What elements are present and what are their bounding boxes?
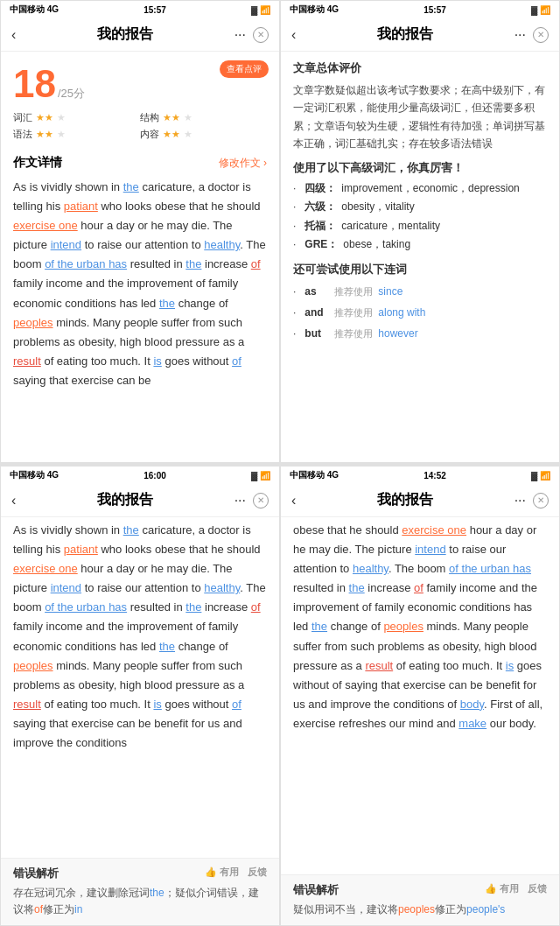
nav-title-br: 我的报告 <box>377 491 433 509</box>
status-bar-tl: 中国移动 4G 15:57 ▓ 📶 <box>1 1 279 18</box>
carrier-br: 中国移动 4G <box>290 469 339 481</box>
nav-right-tl: ··· ✕ <box>234 27 269 43</box>
word-healthy: healthy <box>204 238 240 251</box>
close-btn-tl[interactable]: ✕ <box>253 27 269 43</box>
modify-essay-btn[interactable]: 修改作文 › <box>219 156 267 171</box>
word-the-br-1: the <box>349 581 365 594</box>
score-card: 查看点评 18 /25分 词汇 ★★★ 结构 ★★★ 语法 ★★★ 内容 ★★★ <box>1 52 279 148</box>
nav-right-br: ··· ✕ <box>514 493 549 509</box>
error-section-bl: 错误解析 👍 有用 反馈 存在冠词冗余，建议删除冠词the；疑似介词错误，建议将… <box>1 858 279 925</box>
essay-section-title: 作文详情 <box>13 155 62 171</box>
word-of-the-urban-bl: of the urban has <box>45 600 127 614</box>
word-body-br: body <box>460 698 484 711</box>
word-make-br: make <box>458 717 486 730</box>
word-result-bl: result <box>13 698 41 711</box>
status-bar-bl: 中国移动 4G 16:00 ▓ 📶 <box>1 467 279 484</box>
word-of-2: of <box>232 354 242 368</box>
time-tr: 15:57 <box>424 5 446 15</box>
battery-br: ▓ 📶 <box>531 471 550 481</box>
word-healthy-bl: healthy <box>204 581 240 594</box>
vocab-item-2: · 六级： obesity，vitality <box>293 198 547 217</box>
overall-text: 文章字数疑似超出该考试字数要求；在高中级别下，有一定词汇积累，能使用少量高级词汇… <box>293 81 547 153</box>
word-the-2: the <box>186 257 201 270</box>
menu-btn-tl[interactable]: ··· <box>234 27 246 43</box>
essay-body-bl: As is vividly shown in the caricature, a… <box>1 517 279 858</box>
error-feedback-br: 👍 有用 反馈 <box>485 882 547 898</box>
essay-body-tl: As is vividly shown in the caricature, a… <box>1 174 279 397</box>
battery-tr: ▓ 📶 <box>531 5 550 15</box>
word-peoples-br: peoples <box>383 620 424 633</box>
error-title-bl: 错误解析 👍 有用 反馈 <box>13 866 267 881</box>
error-section-br: 错误解析 👍 有用 反馈 疑似用词不当，建议将peoples修正为people'… <box>281 874 559 925</box>
nav-title-tr: 我的报告 <box>377 25 433 44</box>
connector-section-title: 还可尝试使用以下连词 <box>293 262 547 277</box>
meta-content: 内容 ★★★ <box>140 128 267 141</box>
meta-vocab: 词汇 ★★★ <box>13 111 140 124</box>
back-btn-bl[interactable]: ‹ <box>11 493 16 509</box>
nav-right-bl: ··· ✕ <box>234 493 269 509</box>
panel-top-left: 中国移动 4G 15:57 ▓ 📶 ‹ 我的报告 ··· ✕ 查看点评 18 /… <box>0 0 280 463</box>
word-the-bl-2: the <box>186 600 201 614</box>
overall-title: 文章总体评价 <box>293 60 547 76</box>
connector-list: · as 推荐使用 since · and 推荐使用 along with · … <box>293 281 547 344</box>
word-peoples: peoples <box>13 316 53 329</box>
word-intend: intend <box>51 238 81 251</box>
back-btn-tr[interactable]: ‹ <box>291 27 296 43</box>
error-feedback-bl: 👍 有用 反馈 <box>205 866 267 881</box>
vocab-section-title: 使用了以下高级词汇，你真厉害！ <box>293 160 547 176</box>
report-btn-br[interactable]: 反馈 <box>528 882 547 898</box>
error-text-br: 疑似用词不当，建议将peoples修正为people's <box>293 901 547 918</box>
nav-title-tl: 我的报告 <box>97 25 153 44</box>
status-bar-tr: 中国移动 4G 15:57 ▓ 📶 <box>281 1 559 18</box>
menu-btn-tr[interactable]: ··· <box>514 27 526 43</box>
view-review-btn[interactable]: 查看点评 <box>220 60 269 78</box>
word-the-bl-1: the <box>123 523 139 537</box>
word-intend-bl: intend <box>51 581 81 594</box>
vocab-item-4: · GRE： obese，taking <box>293 235 547 255</box>
vocab-list: · 四级： improvement，economic，depression · … <box>293 179 547 255</box>
time-bl: 16:00 <box>144 471 166 481</box>
word-of2-bl: of <box>232 698 242 711</box>
close-btn-bl[interactable]: ✕ <box>253 493 269 509</box>
right-content-tr: 文章总体评价 文章字数疑似超出该考试字数要求；在高中级别下，有一定词汇积累，能使… <box>281 52 559 353</box>
word-result: result <box>13 354 41 368</box>
battery-bl: ▓ 📶 <box>251 471 270 481</box>
nav-bar-br: ‹ 我的报告 ··· ✕ <box>281 484 559 517</box>
close-btn-br[interactable]: ✕ <box>533 493 549 509</box>
word-exercise-one-bl: exercise one <box>13 562 78 575</box>
meta-structure: 结构 ★★★ <box>140 111 267 124</box>
panel-bottom-right: 中国移动 4G 14:52 ▓ 📶 ‹ 我的报告 ··· ✕ obese tha… <box>280 463 560 926</box>
nav-bar-tl: ‹ 我的报告 ··· ✕ <box>1 18 279 52</box>
nav-bar-tr: ‹ 我的报告 ··· ✕ <box>281 18 559 52</box>
back-btn-br[interactable]: ‹ <box>291 493 296 509</box>
status-bar-br: 中国移动 4G 14:52 ▓ 📶 <box>281 467 559 484</box>
close-btn-tr[interactable]: ✕ <box>533 27 549 43</box>
report-btn-bl[interactable]: 反馈 <box>248 866 267 881</box>
connector-item-3: · but 推荐使用 however <box>293 323 547 344</box>
helpful-btn-br[interactable]: 👍 有用 <box>485 882 519 898</box>
time-tl: 15:57 <box>144 5 166 15</box>
word-is-bl: is <box>153 698 161 711</box>
word-peoples-bl: peoples <box>13 659 53 672</box>
word-the-br-2: the <box>312 620 327 633</box>
word-of-the-urban-br: of the urban has <box>449 562 531 575</box>
word-the-1: the <box>123 180 139 193</box>
error-title-br: 错误解析 👍 有用 反馈 <box>293 882 547 898</box>
word-of: of <box>251 257 261 270</box>
score-denom: /25分 <box>58 86 85 102</box>
word-of-br: of <box>414 581 424 594</box>
menu-btn-br[interactable]: ··· <box>514 493 526 509</box>
word-the-3: the <box>159 297 175 310</box>
panel-top-right: 中国移动 4G 15:57 ▓ 📶 ‹ 我的报告 ··· ✕ 文章总体评价 文章… <box>280 0 560 463</box>
score-meta: 词汇 ★★★ 结构 ★★★ 语法 ★★★ 内容 ★★★ <box>13 111 267 141</box>
helpful-btn-bl[interactable]: 👍 有用 <box>205 866 239 881</box>
menu-btn-bl[interactable]: ··· <box>234 493 246 509</box>
word-exercise-one-br: exercise one <box>402 523 466 537</box>
error-text-bl: 存在冠词冗余，建议删除冠词the；疑似介词错误，建议将of修正为in <box>13 885 267 918</box>
back-btn-tl[interactable]: ‹ <box>11 27 16 43</box>
vocab-item-3: · 托福： caricature，mentality <box>293 217 547 236</box>
vocab-item-1: · 四级： improvement，economic，depression <box>293 179 547 199</box>
word-of-the-urban-has: of the urban has <box>45 257 127 270</box>
essay-section-header: 作文详情 修改作文 › <box>1 148 279 174</box>
word-of-bl: of <box>251 600 261 614</box>
